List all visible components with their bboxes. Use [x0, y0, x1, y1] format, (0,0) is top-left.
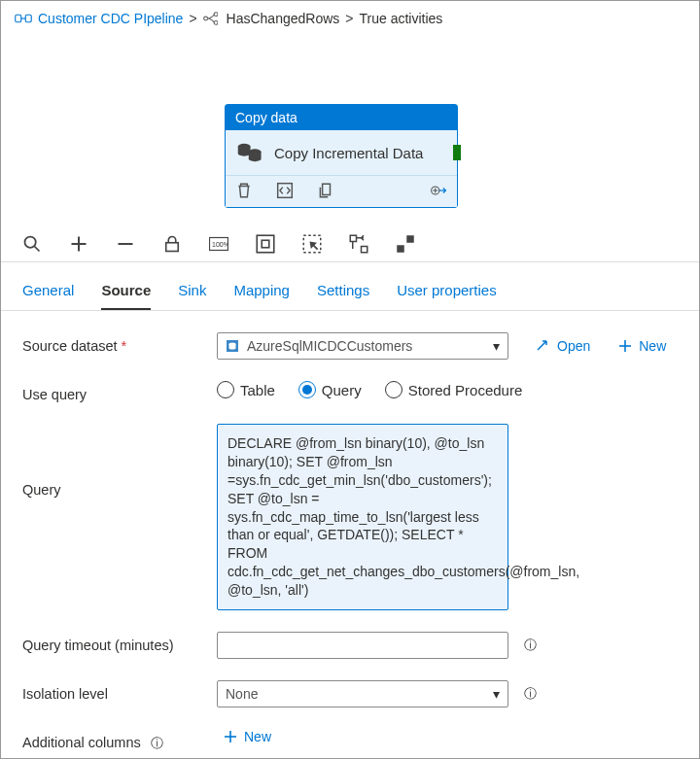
svg-rect-27 — [397, 245, 404, 253]
svg-text:100%: 100% — [212, 241, 228, 248]
zoom-out-icon[interactable] — [116, 234, 135, 254]
svg-rect-21 — [257, 235, 274, 253]
open-dataset-link[interactable]: Open — [536, 338, 590, 354]
chevron-down-icon: ▾ — [493, 686, 500, 702]
svg-point-13 — [25, 237, 36, 248]
svg-line-14 — [35, 247, 40, 252]
code-icon[interactable] — [276, 182, 294, 199]
svg-point-4 — [214, 13, 218, 17]
label-source-dataset: Source dataset * — [22, 332, 217, 354]
chevron-down-icon: ▾ — [493, 338, 500, 354]
svg-rect-25 — [362, 247, 368, 253]
breadcrumb-sep-1: > — [189, 11, 196, 26]
if-condition-icon — [203, 12, 221, 25]
tab-sink[interactable]: Sink — [178, 276, 206, 310]
svg-point-5 — [214, 20, 218, 24]
svg-rect-0 — [16, 15, 21, 22]
query-textarea[interactable]: DECLARE @from_lsn binary(10), @to_lsn bi… — [217, 424, 508, 610]
source-dataset-value: AzureSqlMICDCCustomers — [247, 338, 485, 354]
info-icon-isolation[interactable]: ⓘ — [524, 685, 537, 703]
zoom-in-icon[interactable] — [69, 234, 88, 254]
svg-rect-24 — [350, 235, 356, 241]
tab-settings[interactable]: Settings — [317, 276, 369, 310]
tab-mapping[interactable]: Mapping — [233, 276, 290, 310]
isolation-level-dropdown[interactable]: None ▾ — [217, 680, 508, 707]
radio-table[interactable]: Table — [217, 381, 275, 398]
radio-query[interactable]: Query — [298, 381, 362, 398]
isolation-level-value: None — [226, 686, 485, 702]
info-icon-timeout[interactable]: ⓘ — [524, 637, 537, 654]
tab-source[interactable]: Source — [101, 276, 151, 310]
auto-align-icon[interactable] — [349, 234, 368, 254]
use-query-radio-group: Table Query Stored Procedure — [217, 381, 522, 398]
search-icon[interactable] — [22, 234, 42, 254]
new-dataset-link[interactable]: New — [617, 338, 666, 354]
activity-body: Copy Incremental Data — [226, 130, 457, 175]
tabs: General Source Sink Mapping Settings Use… — [1, 262, 699, 311]
dataset-sql-icon — [226, 339, 239, 353]
svg-point-3 — [203, 17, 207, 20]
canvas[interactable]: Copy data Copy Incremental Data — [1, 32, 699, 226]
select-mode-icon[interactable] — [302, 234, 322, 254]
canvas-toolbar: 100% — [1, 226, 699, 262]
info-icon-addcols[interactable]: ⓘ — [151, 736, 163, 750]
activity-header: Copy data — [226, 105, 457, 130]
label-isolation-level: Isolation level — [22, 680, 217, 702]
pipeline-icon — [15, 12, 32, 25]
success-connector[interactable] — [453, 145, 461, 160]
activity-copy-data[interactable]: Copy data Copy Incremental Data — [225, 104, 458, 208]
query-timeout-input[interactable] — [217, 632, 508, 659]
copy-data-icon — [235, 142, 264, 163]
zoom-100-icon[interactable]: 100% — [209, 234, 228, 254]
breadcrumb-sep-2: > — [345, 11, 353, 26]
label-query: Query — [22, 424, 217, 498]
delete-icon[interactable] — [235, 182, 253, 199]
svg-rect-22 — [262, 240, 269, 248]
activity-footer — [226, 175, 457, 207]
svg-rect-18 — [166, 243, 179, 252]
breadcrumb-cond: HasChangedRows — [227, 11, 340, 26]
tab-user-properties[interactable]: User properties — [397, 276, 497, 310]
breadcrumb-leaf: True activities — [360, 11, 443, 26]
label-additional-columns: Additional columns ⓘ — [22, 729, 217, 752]
breadcrumb-root[interactable]: Customer CDC PIpeline — [38, 11, 183, 26]
activity-title: Copy Incremental Data — [274, 145, 423, 161]
source-form: Source dataset * AzureSqlMICDCCustomers … — [1, 311, 699, 759]
fit-to-screen-icon[interactable] — [256, 234, 275, 254]
clone-icon[interactable] — [317, 182, 334, 199]
breadcrumb: Customer CDC PIpeline > HasChangedRows >… — [1, 1, 699, 32]
label-use-query: Use query — [22, 381, 217, 402]
svg-rect-26 — [406, 235, 414, 243]
add-output-icon[interactable] — [430, 182, 447, 199]
new-column-link[interactable]: New — [223, 729, 271, 744]
layout-icon[interactable] — [396, 234, 415, 254]
radio-stored-procedure[interactable]: Stored Procedure — [385, 381, 523, 398]
svg-rect-1 — [25, 15, 31, 22]
lock-icon[interactable] — [162, 234, 182, 254]
label-query-timeout: Query timeout (minutes) — [22, 632, 217, 653]
tab-general[interactable]: General — [22, 276, 74, 310]
source-dataset-dropdown[interactable]: AzureSqlMICDCCustomers ▾ — [217, 332, 508, 360]
